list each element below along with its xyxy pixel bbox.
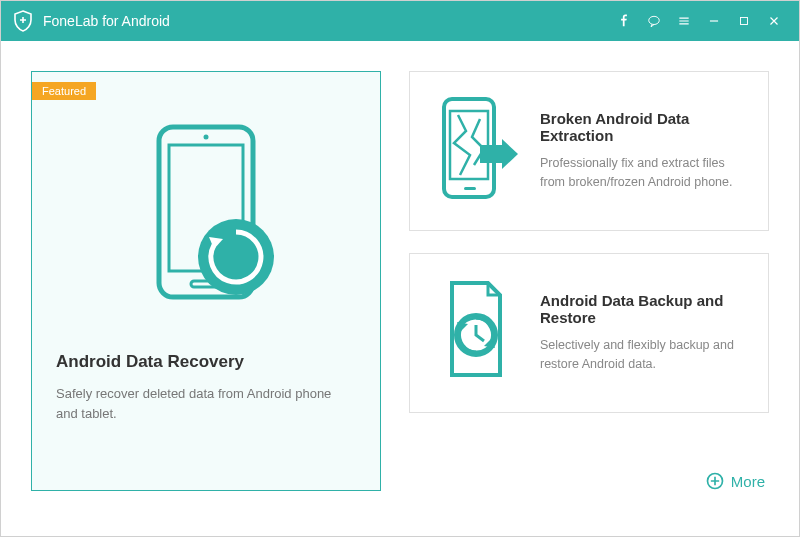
app-logo-icon [11,9,35,33]
more-label: More [731,473,765,490]
card-backup-restore[interactable]: Android Data Backup and Restore Selectiv… [409,253,769,413]
maximize-icon[interactable] [729,1,759,41]
svg-point-4 [204,135,209,140]
recovery-desc: Safely recover deleted data from Android… [56,384,356,423]
backup-desc: Selectively and flexibly backup and rest… [540,336,748,374]
titlebar: FoneLab for Android [1,1,799,41]
close-icon[interactable] [759,1,789,41]
backup-title: Android Data Backup and Restore [540,292,748,326]
menu-icon[interactable] [669,1,699,41]
extraction-desc: Professionally fix and extract files fro… [540,154,748,192]
minimize-icon[interactable] [699,1,729,41]
card-broken-extraction[interactable]: Broken Android Data Extraction Professio… [409,71,769,231]
svg-rect-1 [741,18,748,25]
plus-circle-icon [705,471,725,491]
svg-point-0 [649,16,660,24]
backup-illustration-icon [430,273,520,393]
card-android-data-recovery[interactable]: Featured Android Data Recovery Safely re… [31,71,381,491]
app-title: FoneLab for Android [43,13,170,29]
recovery-illustration-icon [32,102,380,332]
facebook-icon[interactable] [609,1,639,41]
recovery-title: Android Data Recovery [56,352,356,372]
extraction-title: Broken Android Data Extraction [540,110,748,144]
main-content: Featured Android Data Recovery Safely re… [1,41,799,501]
svg-rect-9 [464,187,476,190]
more-button[interactable]: More [409,471,769,491]
extraction-illustration-icon [430,91,520,211]
svg-rect-10 [480,145,502,163]
featured-badge: Featured [32,82,96,100]
feedback-icon[interactable] [639,1,669,41]
